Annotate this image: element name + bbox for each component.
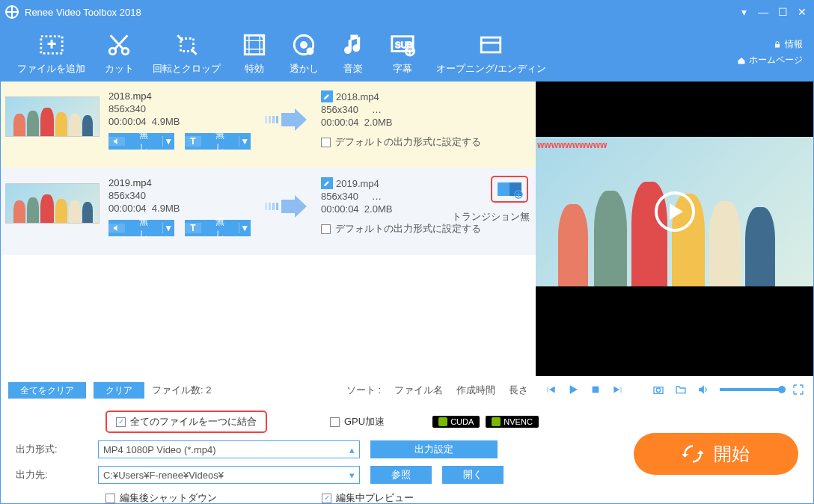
default-format-label: デフォルトの出力形式に設定する — [335, 222, 481, 236]
merge-highlight: 全てのファイルを一つに結合 — [105, 411, 267, 433]
file-row[interactable]: 2019.mp4 856x340 00:00:04 4.9MB 無し▼ T無し▼… — [1, 168, 536, 255]
minimize-icon[interactable]: — — [758, 7, 768, 17]
subtitle-dropdown[interactable]: T無し▼ — [185, 220, 251, 236]
svg-rect-16 — [265, 116, 267, 123]
browse-button[interactable]: 参照 — [370, 466, 432, 484]
default-format-label: デフォルトの出力形式に設定する — [335, 135, 481, 149]
out-resolution: 856x340 … — [321, 191, 508, 202]
subtitle-icon: SUBT — [387, 29, 418, 61]
toolbar-label: ファイルを追加 — [17, 62, 85, 76]
svg-rect-20 — [265, 203, 267, 210]
transition-label: トランジション無 — [452, 210, 530, 224]
output-dir-label: 出力先: — [16, 468, 88, 482]
input-info: 2019.mp4 856x340 00:00:04 4.9MB 無し▼ T無し▼ — [108, 177, 251, 236]
toolbar-label: 特効 — [245, 62, 264, 76]
svg-rect-15 — [775, 44, 780, 48]
maximize-icon[interactable]: ☐ — [777, 7, 788, 17]
sort-by-time[interactable]: 作成時間 — [456, 384, 495, 397]
toolbar-effects[interactable]: 特効 — [230, 23, 279, 82]
start-button[interactable]: 開始 — [634, 433, 798, 475]
slate-icon — [475, 29, 507, 61]
prev-icon[interactable] — [545, 384, 557, 396]
stop-icon[interactable] — [590, 384, 602, 396]
in-resolution: 856x340 — [108, 190, 251, 201]
default-format-checkbox[interactable] — [321, 224, 331, 234]
sort-by-length[interactable]: 長さ — [509, 384, 528, 397]
preview-checkbox[interactable] — [322, 494, 331, 503]
merge-all-checkbox[interactable] — [116, 417, 126, 427]
output-info: 2018.mp4 856x340 … 00:00:04 2.0MB デフォルトの… — [321, 90, 508, 149]
volume-slider[interactable] — [720, 388, 782, 391]
title-bar: Renee Video Toolbox 2018 ▾ — ☐ ✕ — [1, 1, 813, 23]
toolbar-rotate-crop[interactable]: 回転とクロップ — [144, 23, 230, 82]
transition-button[interactable] — [491, 176, 528, 203]
music-note-icon — [337, 29, 369, 61]
toolbar-label: オープニング/エンディン — [436, 62, 546, 76]
app-logo-icon — [5, 5, 19, 19]
default-format-checkbox[interactable] — [321, 138, 331, 147]
output-format-combo[interactable]: MP4 1080P Video (*.mp4)▴ — [98, 440, 360, 458]
preview-controls — [536, 376, 813, 403]
svg-rect-17 — [269, 116, 271, 123]
filmstrip-icon — [239, 29, 270, 61]
toolbar-cut[interactable]: カット — [94, 23, 144, 82]
close-icon[interactable]: ✕ — [797, 7, 807, 17]
convert-arrow-icon — [260, 195, 312, 218]
svg-rect-5 — [245, 35, 264, 55]
merge-all-label: 全てのファイルを一つに結合 — [130, 415, 257, 428]
preview-video[interactable]: wwwwwwwwww — [536, 82, 813, 376]
in-filename: 2019.mp4 — [108, 177, 251, 188]
toolbar-watermark[interactable]: 透かし — [279, 23, 328, 82]
clear-button[interactable]: クリア — [94, 382, 144, 399]
svg-point-27 — [657, 388, 661, 392]
gpu-accel-checkbox[interactable] — [330, 417, 340, 427]
next-icon[interactable] — [612, 384, 624, 396]
subtitle-dropdown[interactable]: T無し▼ — [185, 133, 251, 150]
nvenc-badge: NVENC — [486, 416, 539, 428]
audio-track-dropdown[interactable]: 無し▼ — [108, 220, 174, 236]
out-dur-size: 00:00:04 2.0MB — [321, 117, 508, 128]
link-info[interactable]: 情報 — [773, 38, 803, 51]
in-resolution: 856x340 — [108, 103, 251, 114]
output-settings-button[interactable]: 出力設定 — [370, 440, 498, 458]
svg-rect-21 — [269, 203, 271, 210]
shutdown-checkbox[interactable] — [105, 494, 115, 503]
preview-label: 編集中プレビュー — [336, 491, 414, 504]
preview-pane: wwwwwwwwww — [536, 82, 813, 403]
info-label: 情報 — [785, 38, 803, 51]
in-dur-size: 00:00:04 4.9MB — [108, 116, 251, 127]
file-row[interactable]: 2018.mp4 856x340 00:00:04 4.9MB 無し▼ T無し▼… — [1, 82, 536, 168]
open-button[interactable]: 開く — [442, 466, 504, 484]
edit-output-icon[interactable] — [321, 177, 333, 189]
folder-icon[interactable] — [675, 384, 687, 396]
toolbar-music[interactable]: 音楽 — [328, 23, 378, 82]
play-overlay-icon[interactable] — [655, 191, 695, 232]
cuda-badge: CUDA — [432, 416, 480, 428]
play-icon[interactable] — [567, 384, 579, 396]
volume-icon[interactable] — [697, 384, 709, 396]
toolbar-label: 透かし — [290, 62, 319, 76]
output-dir-combo[interactable]: C:¥Users¥F-renee¥Videos¥▾ — [98, 466, 360, 484]
edit-output-icon[interactable] — [321, 90, 333, 102]
toolbar-label: 字幕 — [393, 62, 412, 76]
sort-by-name[interactable]: ファイル名 — [394, 384, 443, 397]
audio-track-dropdown[interactable]: 無し▼ — [108, 133, 174, 150]
bottom-panel: 全てのファイルを一つに結合 GPU加速 CUDA NVENC 出力形式: MP4… — [1, 403, 813, 504]
link-homepage[interactable]: ホームページ — [737, 54, 803, 67]
refresh-icon — [682, 443, 703, 464]
snapshot-icon[interactable] — [652, 384, 664, 396]
toolbar-add-file[interactable]: + ファイルを追加 — [8, 23, 94, 82]
start-label: 開始 — [714, 442, 750, 466]
toolbar-subtitle[interactable]: SUBT 字幕 — [378, 23, 427, 82]
fullscreen-icon[interactable] — [792, 384, 804, 396]
home-label: ホームページ — [749, 54, 803, 67]
clear-all-button[interactable]: 全てをクリア — [8, 382, 86, 399]
file-list: 2018.mp4 856x340 00:00:04 4.9MB 無し▼ T無し▼… — [1, 82, 536, 255]
output-info: 2019.mp4 856x340 … 00:00:04 2.0MB デフォルトの… — [321, 177, 508, 236]
app-title: Renee Video Toolbox 2018 — [25, 7, 141, 18]
svg-point-9 — [307, 48, 313, 55]
toolbar-opening-ending[interactable]: オープニング/エンディン — [427, 23, 555, 82]
in-dur-size: 00:00:04 4.9MB — [108, 203, 251, 214]
window-menu-icon[interactable]: ▾ — [738, 7, 749, 17]
svg-point-6 — [262, 35, 264, 37]
